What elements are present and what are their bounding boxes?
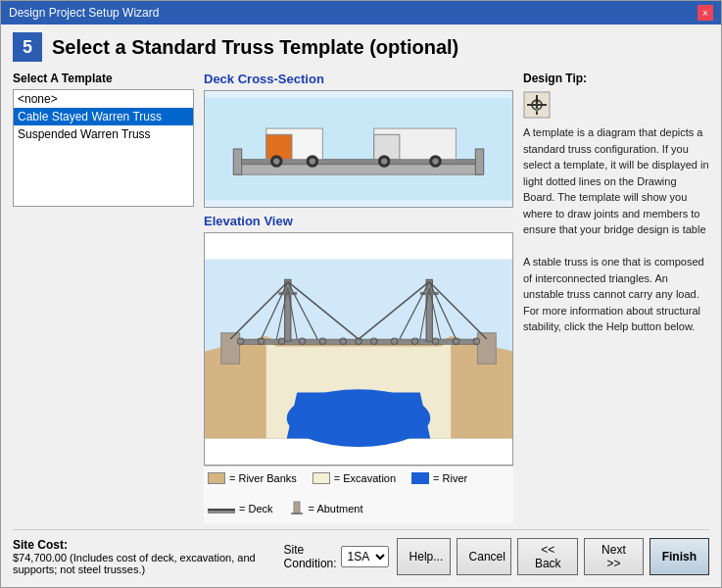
- main-window: Design Project Setup Wizard × 5 Select a…: [0, 0, 722, 588]
- legend-label-deck: = Deck: [239, 503, 273, 514]
- cross-section-title: Deck Cross-Section: [204, 72, 513, 86]
- elevation-title: Elevation View: [204, 214, 513, 228]
- template-list[interactable]: <none> Cable Stayed Warren Truss Suspend…: [13, 89, 194, 207]
- legend-abutment: = Abutment: [289, 500, 363, 517]
- legend-row: = River Banks = Excavation = River: [204, 466, 513, 523]
- close-button[interactable]: ×: [698, 5, 713, 21]
- legend-label-excavation: = Excavation: [334, 472, 396, 484]
- legend-label-abutment: = Abutment: [309, 503, 363, 514]
- svg-marker-21: [287, 392, 431, 438]
- svg-rect-3: [475, 149, 483, 174]
- svg-point-8: [273, 158, 279, 164]
- cross-section-box: [204, 90, 513, 208]
- footer: Site Cost: $74,700.00 (Includes cost of …: [13, 529, 709, 579]
- footer-right: Site Condition: 1SA Help... Cancel << Ba…: [284, 538, 709, 575]
- site-condition-select[interactable]: 1SA: [341, 546, 389, 567]
- legend-deck: = Deck: [208, 500, 273, 517]
- svg-rect-6: [266, 134, 292, 159]
- cancel-button[interactable]: Cancel: [457, 538, 512, 575]
- center-panel: Deck Cross-Section: [204, 72, 513, 523]
- compass-icon: [523, 91, 551, 119]
- title-bar: Design Project Setup Wizard ×: [1, 1, 721, 24]
- finish-button[interactable]: Finish: [650, 538, 709, 575]
- left-panel: Select A Template <none> Cable Stayed Wa…: [13, 72, 194, 523]
- site-cost-label: Site Cost:: [13, 538, 284, 552]
- svg-rect-54: [294, 502, 300, 514]
- legend-line-deck: [208, 509, 235, 514]
- legend-icon-abutment: [289, 500, 305, 517]
- svg-rect-2: [233, 149, 241, 174]
- window-title: Design Project Setup Wizard: [9, 6, 159, 20]
- legend-box-excavation: [313, 472, 330, 484]
- template-item-suspended[interactable]: Suspended Warren Truss: [14, 125, 193, 143]
- next-button[interactable]: Next >>: [584, 538, 643, 575]
- page-header: 5 Select a Standard Truss Template (opti…: [13, 32, 709, 62]
- svg-point-14: [381, 158, 387, 164]
- svg-point-10: [310, 158, 315, 164]
- content-area: 5 Select a Standard Truss Template (opti…: [1, 24, 721, 587]
- legend-river-banks: = River Banks: [208, 472, 297, 484]
- right-panel: Design Tip: A template is a diagram that…: [523, 72, 709, 523]
- elevation-area: Elevation View: [204, 214, 513, 523]
- site-cost-area: Site Cost: $74,700.00 (Includes cost of …: [13, 538, 284, 575]
- design-tip-title: Design Tip:: [523, 72, 709, 85]
- svg-rect-23: [221, 333, 240, 364]
- step-badge: 5: [13, 32, 42, 62]
- svg-point-16: [432, 158, 438, 164]
- elevation-box: [204, 232, 513, 466]
- help-button[interactable]: Help...: [397, 538, 451, 575]
- cross-section-area: Deck Cross-Section: [204, 72, 513, 208]
- cross-section-svg: [205, 91, 512, 207]
- back-button[interactable]: << Back: [517, 538, 578, 575]
- site-condition: Site Condition: 1SA: [284, 543, 389, 570]
- template-item-cable-stayed[interactable]: Cable Stayed Warren Truss: [14, 108, 193, 125]
- template-list-title: Select A Template: [13, 72, 194, 85]
- design-tip-text: A template is a diagram that depicts a s…: [523, 124, 709, 335]
- legend-river: = River: [411, 472, 467, 484]
- svg-rect-0: [205, 98, 512, 201]
- site-cost-value: $74,700.00 (Includes cost of deck, excav…: [13, 552, 284, 575]
- svg-rect-24: [477, 333, 496, 364]
- legend-box-river-banks: [208, 472, 225, 484]
- button-group: Help... Cancel << Back Next >> Finish: [397, 538, 709, 575]
- template-item-none[interactable]: <none>: [14, 90, 193, 108]
- site-condition-label: Site Condition:: [284, 543, 337, 570]
- legend-label-river: = River: [433, 472, 467, 484]
- legend-box-river: [411, 472, 429, 484]
- legend-label-river-banks: = River Banks: [229, 472, 297, 484]
- page-title: Select a Standard Truss Template (option…: [52, 36, 458, 59]
- svg-rect-22: [225, 339, 492, 344]
- svg-rect-12: [374, 134, 400, 159]
- legend-excavation: = Excavation: [313, 472, 396, 484]
- elevation-svg: [205, 233, 512, 465]
- svg-rect-1: [235, 165, 481, 174]
- main-area: Select A Template <none> Cable Stayed Wa…: [13, 72, 709, 523]
